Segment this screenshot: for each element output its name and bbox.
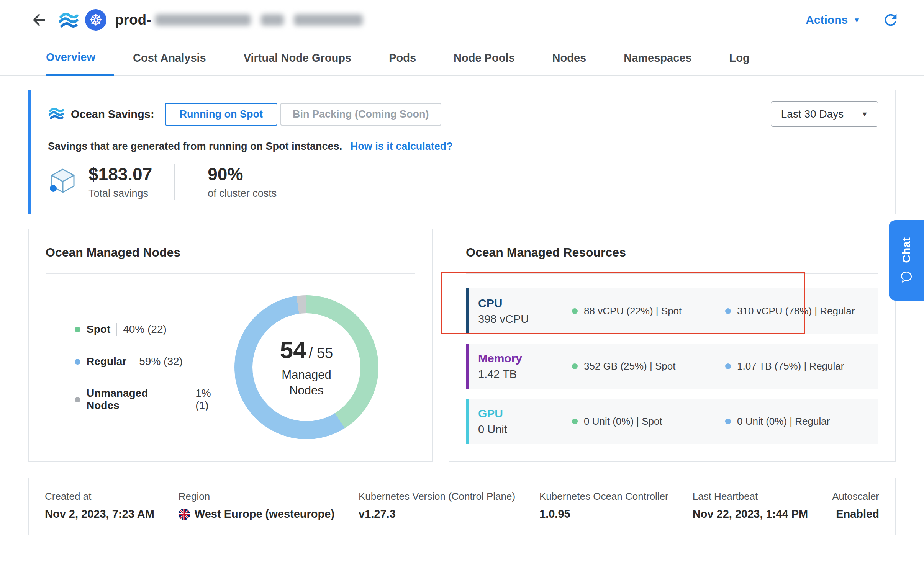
memory-regular-text: 1.07 TB (75%) | Regular — [737, 360, 844, 372]
top-bar-right: Actions ▼ — [806, 11, 899, 29]
total-savings-metric: $183.07 Total savings — [88, 164, 152, 200]
legend-separator — [189, 393, 189, 406]
cpu-spot-text: 88 vCPU (22%) | Spot — [584, 305, 682, 317]
total-savings-value: $183.07 — [88, 164, 152, 185]
cluster-name-prefix: prod- — [115, 12, 151, 28]
cpu-color-bar — [466, 288, 469, 334]
actions-label: Actions — [806, 13, 848, 26]
how-calculated-link[interactable]: How is it calculated? — [351, 141, 453, 152]
last-heartbeat-field: Last Heartbeat Nov 22, 2023, 1:44 PM — [693, 491, 808, 520]
memory-total: 1.42 TB — [478, 368, 572, 381]
legend-separator — [116, 323, 117, 336]
region-label: Region — [179, 491, 334, 502]
managed-nodes-title: Ocean Managed Nodes — [46, 245, 415, 260]
cluster-cost-metric: 90% of cluster costs — [208, 164, 277, 200]
legend-label: Spot — [87, 323, 110, 335]
k8s-version-field: Kubernetes Version (Control Plane) v1.27… — [359, 491, 515, 520]
tab-nodes[interactable]: Nodes — [534, 40, 605, 75]
region-field: Region West Europe (westeurope) — [179, 491, 334, 520]
gpu-spot-stat: 0 Unit (0%) | Spot — [572, 416, 725, 427]
running-on-spot-toggle[interactable]: Running on Spot — [165, 103, 277, 126]
redacted-cluster-name — [155, 14, 363, 26]
legend-label: Regular — [87, 355, 126, 368]
uk-flag-icon — [179, 509, 190, 520]
ocean-savings-panel: Ocean Savings: Running on Spot Bin Packi… — [28, 90, 896, 214]
legend-value: 1% (1) — [195, 387, 227, 412]
cluster-cost-percent: 90% — [208, 164, 277, 185]
k8s-version-label: Kubernetes Version (Control Plane) — [359, 491, 515, 502]
bin-packing-toggle[interactable]: Bin Packing (Coming Soon) — [280, 103, 441, 126]
ocean-managed-resources-card: Ocean Managed Resources CPU 398 vCPU 88 … — [449, 229, 896, 462]
memory-spot-stat: 352 GB (25%) | Spot — [572, 360, 725, 372]
refresh-button[interactable] — [882, 11, 899, 29]
cpu-total: 398 vCPU — [478, 313, 572, 326]
chat-label: Chat — [900, 237, 913, 263]
actions-button[interactable]: Actions ▼ — [806, 13, 860, 26]
chevron-down-icon: ▼ — [853, 16, 860, 24]
cpu-regular-stat: 310 vCPU (78%) | Regular — [725, 305, 878, 317]
regular-dot-icon — [75, 359, 80, 365]
cpu-regular-text: 310 vCPU (78%) | Regular — [737, 305, 855, 317]
memory-label: Memory — [478, 352, 572, 365]
spot-dot-icon — [572, 363, 578, 369]
divider — [466, 273, 878, 274]
legend-value: 59% (32) — [139, 355, 183, 368]
managed-resources-title: Ocean Managed Resources — [466, 245, 878, 260]
period-value: Last 30 Days — [781, 108, 844, 120]
autoscaler-label: Autoscaler — [832, 491, 879, 502]
memory-regular-stat: 1.07 TB (75%) | Regular — [725, 360, 878, 372]
chat-button[interactable]: Chat — [889, 220, 924, 301]
divider — [46, 273, 415, 274]
created-at-field: Created at Nov 2, 2023, 7:23 AM — [45, 491, 154, 520]
regular-dot-icon — [725, 308, 731, 314]
cluster-cost-label: of cluster costs — [208, 188, 277, 200]
gpu-total: 0 Unit — [478, 423, 572, 436]
region-value: West Europe (westeurope) — [179, 508, 334, 520]
memory-color-bar — [466, 344, 469, 389]
regular-dot-icon — [725, 419, 731, 424]
unmanaged-dot-icon — [75, 397, 80, 402]
legend-item-spot: Spot 40% (22) — [75, 323, 227, 336]
cpu-label: CPU — [478, 297, 572, 310]
ocean-controller-field: Kubernetes Ocean Controller 1.0.95 — [539, 491, 668, 520]
regular-dot-icon — [725, 363, 731, 369]
tab-overview[interactable]: Overview — [46, 40, 114, 76]
cards-row: Ocean Managed Nodes Spot 40% (22) Regula… — [28, 229, 896, 462]
savings-description-text: Savings that are generated from running … — [48, 141, 342, 152]
gpu-regular-text: 0 Unit (0%) | Regular — [737, 416, 830, 427]
cluster-info-bar: Created at Nov 2, 2023, 7:23 AM Region W… — [28, 478, 896, 535]
last-heartbeat-label: Last Heartbeat — [693, 491, 808, 502]
tab-pods[interactable]: Pods — [370, 40, 435, 75]
legend-item-unmanaged: Unmanaged Nodes 1% (1) — [75, 387, 227, 412]
tab-virtual-node-groups[interactable]: Virtual Node Groups — [225, 40, 370, 75]
legend-item-regular: Regular 59% (32) — [75, 355, 227, 368]
chevron-down-icon: ▼ — [861, 110, 868, 118]
tab-cost-analysis[interactable]: Cost Analysis — [114, 40, 225, 75]
tab-log[interactable]: Log — [711, 40, 768, 75]
ocean-savings-label: Ocean Savings: — [71, 108, 154, 121]
ocean-controller-label: Kubernetes Ocean Controller — [539, 491, 668, 502]
autoscaler-field: Autoscaler Enabled — [832, 491, 879, 520]
spot-dot-icon — [75, 327, 80, 332]
cpu-spot-stat: 88 vCPU (22%) | Spot — [572, 305, 725, 317]
created-at-label: Created at — [45, 491, 154, 502]
ocean-controller-value: 1.0.95 — [539, 508, 668, 520]
legend-separator — [133, 355, 133, 368]
legend-value: 40% (22) — [123, 323, 167, 335]
top-bar: ☸ prod- Actions ▼ — [0, 0, 924, 40]
period-dropdown[interactable]: Last 30 Days ▼ — [771, 101, 878, 127]
back-arrow-icon[interactable] — [29, 10, 49, 30]
created-at-value: Nov 2, 2023, 7:23 AM — [45, 508, 154, 520]
ocean-managed-nodes-card: Ocean Managed Nodes Spot 40% (22) Regula… — [28, 229, 433, 462]
managed-nodes-donut-chart: 54 / 55 Managed Nodes — [234, 295, 378, 439]
tab-namespaces[interactable]: Namespaces — [605, 40, 710, 75]
spot-wave-logo-icon — [57, 9, 80, 31]
managed-count: 54 — [280, 336, 306, 363]
cube-icon — [48, 166, 78, 198]
last-heartbeat-value: Nov 22, 2023, 1:44 PM — [693, 508, 808, 520]
vertical-divider — [174, 164, 175, 200]
tab-node-pools[interactable]: Node Pools — [435, 40, 534, 75]
wave-icon — [48, 105, 65, 123]
refresh-icon — [882, 11, 899, 29]
gpu-color-bar — [466, 399, 469, 444]
